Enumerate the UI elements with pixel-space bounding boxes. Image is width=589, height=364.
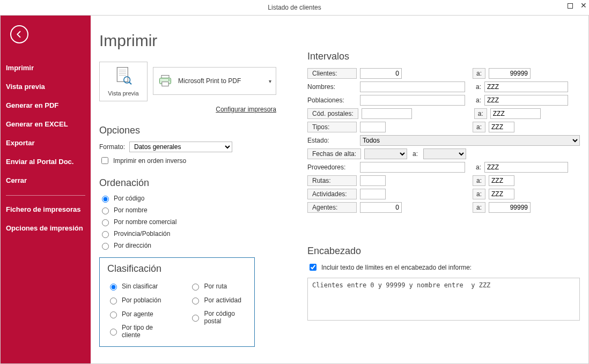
sidebar-item-imprimir[interactable]: Imprimir: [1, 58, 91, 77]
ordenacion-heading: Ordenación: [99, 177, 292, 189]
encabezado-textarea[interactable]: [307, 278, 580, 321]
tipos-to-input[interactable]: [489, 122, 514, 132]
rutas-a-button[interactable]: a:: [473, 175, 485, 186]
nombres-label: Nombres:: [307, 83, 357, 91]
svg-rect-7: [161, 76, 169, 78]
sidebar-item-generar-excel[interactable]: Generar en EXCEL: [1, 115, 91, 133]
actividades-label-button[interactable]: Actividades:: [307, 189, 357, 199]
nombres-to-input[interactable]: [484, 81, 568, 92]
encabezado-heading: Encabezado: [307, 246, 580, 257]
sidebar-item-vista-previa[interactable]: Vista previa: [1, 77, 91, 96]
clientes-label-button[interactable]: Clientes:: [307, 68, 357, 79]
window-title: Listado de clientes: [268, 4, 321, 11]
codpostales-a-button[interactable]: a:: [474, 108, 487, 119]
ordenacion-por-codigo[interactable]: Por código: [99, 194, 292, 203]
titlebar: Listado de clientes ✕: [0, 0, 589, 15]
configure-printer-link[interactable]: Configurar impresora: [99, 106, 276, 113]
back-button[interactable]: [10, 25, 28, 43]
window-controls: ✕: [568, 1, 587, 10]
encabezado-checkbox[interactable]: [310, 264, 316, 271]
svg-rect-9: [162, 82, 168, 86]
page-title: Imprimir: [99, 32, 292, 50]
clasif-por-ruta[interactable]: Por ruta: [189, 282, 247, 291]
agentes-to-input[interactable]: [489, 202, 531, 213]
clasif-por-poblacion[interactable]: Por población: [107, 296, 166, 304]
rutas-from-input[interactable]: [360, 175, 386, 186]
codpostales-from-input[interactable]: [362, 108, 412, 119]
ordenacion-por-nombre[interactable]: Por nombre: [99, 206, 292, 214]
codpostales-label-button[interactable]: Cód. postales:: [307, 108, 358, 119]
arrow-left-icon: [14, 29, 24, 39]
clasif-por-tipo-cliente[interactable]: Por tipo de cliente: [107, 324, 166, 339]
ordenacion-por-nombre-comercial[interactable]: Por nombre comercial: [99, 218, 292, 226]
clasificacion-box: Clasificación Sin clasificar Por poblaci…: [99, 257, 255, 347]
proveedores-from-input[interactable]: [360, 162, 465, 173]
ordenacion-provincia-poblacion[interactable]: Provincia/Población: [99, 229, 292, 238]
formato-select[interactable]: Datos generales: [129, 142, 232, 152]
opciones-heading: Opciones: [99, 125, 292, 136]
ordenacion-group: Por código Por nombre Por nombre comerci…: [99, 194, 292, 250]
tipos-from-input[interactable]: [360, 122, 386, 132]
printer-name: Microsoft Print to PDF: [178, 77, 241, 85]
estado-select[interactable]: Todos: [360, 135, 580, 146]
poblaciones-to-input[interactable]: [484, 95, 568, 106]
clientes-from-input[interactable]: [360, 68, 402, 79]
agentes-a-button[interactable]: a:: [473, 202, 485, 213]
rutas-label-button[interactable]: Rutas:: [307, 175, 357, 186]
sidebar: Imprimir Vista previa Generar en PDF Gen…: [1, 16, 91, 363]
svg-line-6: [129, 82, 131, 84]
agentes-from-input[interactable]: [360, 202, 402, 213]
sidebar-item-cerrar[interactable]: Cerrar: [1, 171, 91, 190]
rutas-to-input[interactable]: [489, 175, 514, 186]
codpostales-to-input[interactable]: [490, 108, 541, 119]
maximize-icon[interactable]: [568, 3, 573, 9]
reverse-order-checkbox[interactable]: [101, 157, 108, 164]
proveedores-label: Proveedores:: [307, 164, 357, 171]
agentes-label-button[interactable]: Agentes:: [307, 202, 357, 213]
document-preview-icon: [114, 66, 132, 88]
clientes-to-input[interactable]: [489, 68, 531, 79]
printer-icon: [158, 73, 173, 88]
estado-label: Estado:: [307, 137, 357, 144]
svg-point-10: [168, 79, 170, 80]
actividades-to-input[interactable]: [489, 189, 514, 199]
nombres-a-label: a:: [476, 83, 481, 91]
proveedores-to-input[interactable]: [484, 162, 568, 173]
preview-button[interactable]: Vista previa: [99, 62, 148, 101]
formato-label: Formato:: [99, 143, 125, 151]
tipos-label-button[interactable]: Tipos:: [307, 122, 357, 132]
clasif-por-agente[interactable]: Por agente: [107, 310, 166, 318]
clasif-por-actividad[interactable]: Por actividad: [189, 296, 247, 304]
sidebar-item-enviar-portal[interactable]: Enviar al Portal Doc.: [1, 152, 91, 171]
fechas-label-button[interactable]: Fechas de alta:: [307, 148, 361, 159]
sidebar-item-generar-pdf[interactable]: Generar en PDF: [1, 96, 91, 115]
clasif-por-codigo-postal[interactable]: Por código postal: [189, 310, 247, 325]
poblaciones-from-input[interactable]: [360, 95, 465, 106]
svg-rect-0: [117, 68, 128, 82]
intervalos-heading: Intervalos: [307, 51, 580, 62]
fechas-a-label: a:: [413, 150, 418, 158]
sidebar-item-fichero-impresoras[interactable]: Fichero de impresoras: [1, 200, 91, 219]
clasificacion-heading: Clasificación: [107, 263, 247, 274]
poblaciones-label: Poblaciones:: [307, 96, 357, 104]
printer-select[interactable]: Microsoft Print to PDF ▾: [153, 67, 276, 95]
reverse-order-label: Imprimir en orden inverso: [113, 157, 186, 165]
chevron-down-icon: ▾: [269, 78, 271, 84]
encabezado-checkbox-label: Incluir texto de límites en el encabezad…: [321, 264, 472, 271]
fechas-to-select[interactable]: [423, 148, 466, 159]
poblaciones-a-label: a:: [476, 96, 481, 104]
clientes-a-button[interactable]: a:: [473, 68, 485, 79]
sidebar-separator: [6, 195, 85, 196]
actividades-a-button[interactable]: a:: [473, 189, 485, 199]
ordenacion-por-direccion[interactable]: Por dirección: [99, 241, 292, 250]
nombres-from-input[interactable]: [360, 81, 465, 92]
close-icon[interactable]: ✕: [580, 1, 587, 10]
tipos-a-button[interactable]: a:: [473, 122, 485, 132]
preview-label: Vista previa: [108, 90, 138, 96]
fechas-from-select[interactable]: [364, 148, 407, 159]
sidebar-item-opciones-impresion[interactable]: Opciones de impresión: [1, 219, 91, 237]
sidebar-item-exportar[interactable]: Exportar: [1, 133, 91, 152]
clasif-sin-clasificar[interactable]: Sin clasificar: [107, 282, 166, 291]
actividades-from-input[interactable]: [360, 189, 386, 199]
proveedores-a-label: a:: [476, 164, 481, 171]
